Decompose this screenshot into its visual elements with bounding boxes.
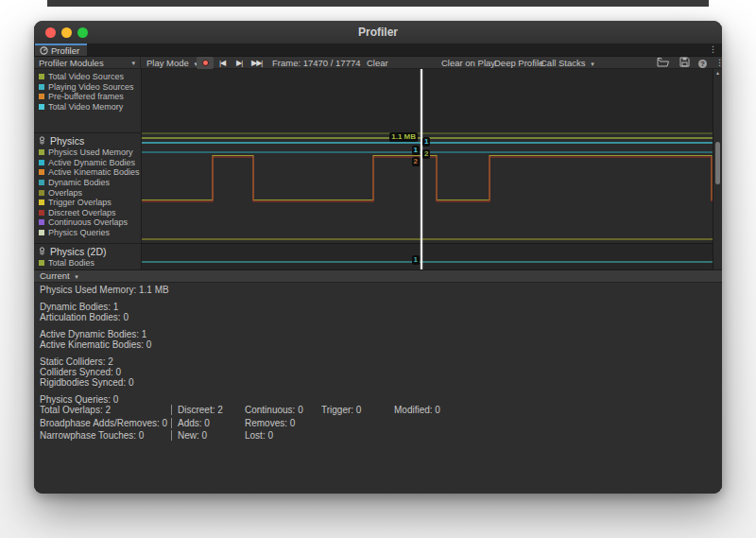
detail-cell: New: 0 — [171, 430, 207, 441]
detail-cell: Lost: 0 — [245, 430, 273, 441]
call-stacks-dropdown[interactable]: Call Stacks ▾ — [541, 57, 594, 69]
record-button[interactable] — [197, 57, 214, 69]
title-bar[interactable]: Profiler — [34, 21, 722, 44]
chart-scrollbar[interactable]: ▲ — [713, 69, 722, 269]
overlaps-row: Total Overlaps: 2 Discreet: 2 Continuous… — [40, 405, 722, 416]
detail-line: Colliders Synced: 0 — [40, 367, 121, 377]
detail-cell: Total Overlaps: 2 — [40, 405, 111, 415]
help-icon: ? — [698, 60, 707, 68]
legend-label: Active Kinematic Bodies — [48, 167, 140, 177]
profiler-gauge-icon — [40, 46, 48, 55]
detail-cell: Trigger: 0 — [321, 405, 361, 415]
save-profile-button[interactable] — [679, 57, 690, 69]
series-color-swatch — [39, 169, 44, 175]
value-badge-total-bodies-2d: 1 — [412, 255, 420, 265]
scroll-up-icon[interactable]: ▲ — [713, 70, 722, 76]
value-badge-discreet: 2 — [412, 157, 420, 166]
legend-label: Physics Used Memory — [48, 148, 133, 157]
legend-label: Discreet Overlaps — [48, 208, 116, 217]
legend-label: Physics Queries — [48, 228, 110, 237]
help-button[interactable]: ? — [698, 57, 707, 69]
previous-frame-button[interactable]: |◀ — [219, 57, 225, 69]
physics-icon — [38, 136, 46, 145]
load-profile-button[interactable] — [657, 57, 669, 69]
legend-item-pre-buffered-frames[interactable]: Pre-buffered frames — [34, 92, 141, 102]
detail-line: Rigidbodies Synced: 0 — [40, 377, 134, 388]
detail-line: Active Dynamic Bodies: 1 — [40, 329, 146, 339]
legend-item-active-kinematic-bodies[interactable]: Active Kinematic Bodies — [34, 167, 141, 178]
physics-module-header[interactable]: Physics — [34, 133, 141, 148]
window-title: Profiler — [34, 26, 722, 39]
physics2d-module-header[interactable]: Physics (2D) — [34, 244, 141, 258]
physics-module-section: Physics Physics Used Memory Active Dynam… — [34, 132, 141, 243]
legend-item-physics-queries[interactable]: Physics Queries — [34, 228, 141, 238]
chart-plot — [142, 69, 713, 269]
legend-item-trigger-overlaps[interactable]: Trigger Overlaps — [34, 198, 141, 208]
next-frame-button[interactable]: ▶| — [236, 57, 242, 69]
section-header-label: Physics — [50, 135, 84, 147]
tab-label: Profiler — [51, 45, 79, 56]
series-color-swatch — [39, 200, 44, 205]
video-module-section: Total Video Sources Playing Video Source… — [34, 69, 141, 132]
value-badge-overlaps: 2 — [422, 149, 430, 159]
legend-label: Continuous Overlaps — [48, 217, 128, 227]
series-color-swatch — [39, 94, 44, 99]
series-color-swatch — [39, 190, 44, 196]
value-badge-dynamic: 1 — [412, 146, 420, 155]
profiler-modules-dropdown[interactable]: Profiler Modules ▾ — [34, 57, 141, 69]
play-mode-dropdown[interactable]: Play Mode ▾ — [146, 57, 198, 69]
call-stacks-label: Call Stacks — [541, 58, 586, 68]
scrollbar-thumb[interactable] — [715, 142, 720, 184]
detail-line: Active Kinematic Bodies: 0 — [40, 339, 151, 350]
legend-item-total-bodies[interactable]: Total Bodies — [34, 258, 141, 269]
series-color-swatch — [39, 104, 44, 110]
series-color-swatch — [39, 219, 44, 225]
toolbar-menu-button[interactable]: ⋮ — [715, 57, 722, 69]
background-window-edge — [47, 0, 709, 7]
chevron-down-icon: ▾ — [131, 57, 135, 69]
save-floppy-icon — [679, 57, 690, 67]
legend-item-active-dynamic-bodies[interactable]: Active Dynamic Bodies — [34, 158, 141, 168]
series-color-swatch — [39, 260, 44, 266]
legend-item-dynamic-bodies[interactable]: Dynamic Bodies — [34, 178, 141, 188]
legend-item-continuous-overlaps[interactable]: Continuous Overlaps — [34, 217, 141, 228]
profiler-window: Profiler Profiler ⋮ Profiler Modules ▾ P… — [34, 21, 722, 494]
current-frame-button[interactable]: ▶▶| — [251, 57, 262, 69]
profiler-modules-label: Profiler Modules — [39, 58, 104, 68]
detail-cell: Removes: 0 — [245, 418, 295, 428]
profiler-charts-area[interactable]: 1.1 MB 1 1 2 2 1 — [142, 69, 713, 269]
legend-item-overlaps[interactable]: Overlaps — [34, 187, 141, 198]
clear-button[interactable]: Clear — [367, 57, 388, 69]
series-color-swatch — [39, 230, 44, 235]
legend-label: Active Dynamic Bodies — [48, 158, 135, 167]
details-view-selector[interactable]: Current ▾ — [34, 269, 722, 283]
physics2d-module-section: Physics (2D) Total Bodies — [34, 243, 141, 269]
series-color-swatch — [39, 84, 44, 90]
detail-cell: Continuous: 0 — [245, 405, 303, 415]
series-color-swatch — [39, 180, 44, 185]
legend-item-total-video-memory[interactable]: Total Video Memory — [34, 102, 141, 113]
detail-line: Dynamic Bodies: 1 — [40, 302, 118, 312]
chevron-down-icon: ▾ — [75, 273, 78, 280]
legend-item-physics-used-memory[interactable]: Physics Used Memory — [34, 148, 141, 158]
deep-profile-toggle[interactable]: Deep Profile — [494, 57, 543, 69]
legend-label: Total Video Memory — [48, 102, 123, 112]
tab-bar: Profiler ⋮ — [34, 43, 722, 56]
legend-label: Dynamic Bodies — [48, 178, 110, 187]
value-badge-memory: 1.1 MB — [389, 132, 418, 142]
detail-line: Physics Queries: 0 — [40, 394, 118, 405]
detail-line: Physics Used Memory: 1.1 MB — [40, 285, 169, 295]
legend-item-playing-video-sources[interactable]: Playing Video Sources — [34, 82, 141, 93]
series-color-swatch — [39, 210, 44, 216]
playhead-line[interactable] — [421, 69, 422, 269]
module-legend-sidebar: Total Video Sources Playing Video Source… — [34, 69, 142, 269]
legend-label: Total Bodies — [48, 258, 94, 268]
clear-on-play-toggle[interactable]: Clear on Play — [441, 57, 495, 69]
legend-item-total-video-sources[interactable]: Total Video Sources — [34, 72, 141, 82]
details-pane: Physics Used Memory: 1.1 MB Dynamic Bodi… — [34, 283, 722, 494]
desktop: Profiler Profiler ⋮ Profiler Modules ▾ P… — [0, 0, 756, 538]
tab-overflow-menu-icon[interactable]: ⋮ — [709, 44, 717, 54]
series-color-swatch — [39, 74, 44, 79]
tab-profiler[interactable]: Profiler — [35, 43, 87, 56]
legend-item-discreet-overlaps[interactable]: Discreet Overlaps — [34, 208, 141, 218]
